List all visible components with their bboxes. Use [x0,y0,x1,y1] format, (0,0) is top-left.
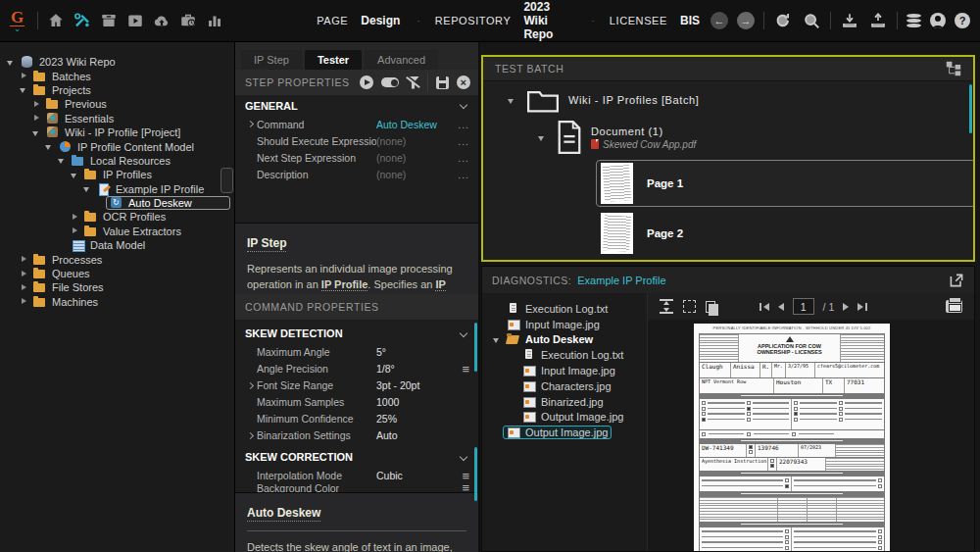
scrollbar-thumb[interactable] [474,447,477,501]
page-number-input[interactable] [793,298,814,315]
batch-node[interactable]: Wiki - IP Profiles [Batch] [507,86,963,114]
menu-icon[interactable]: ≡ [462,484,469,492]
close-icon[interactable]: × [457,75,470,89]
expander-icon[interactable] [70,226,80,236]
back-icon[interactable]: ← [710,12,728,29]
ip-step-help-title[interactable]: IP Step [247,236,286,252]
print-icon[interactable] [946,300,962,313]
search-icon[interactable] [802,11,821,30]
diagnostics-tree-node[interactable]: Input Image.jpg [492,363,647,378]
tree-node-body[interactable]: Data Model [68,238,149,252]
tree-node[interactable]: Value Extractors [6,225,234,238]
profile-link[interactable]: Example IP Profile [577,275,665,286]
expander-open-icon[interactable] [537,132,548,143]
tree-node[interactable]: Example IP Profile [6,182,234,196]
property-value[interactable]: Auto Deskew [376,119,437,130]
expander-icon[interactable] [19,282,29,293]
tree-node-body[interactable]: OCR Profiles [80,210,170,224]
expander-icon[interactable] [492,334,503,345]
tree-node[interactable]: Previous [6,97,234,111]
diagnostics-tree-node[interactable]: Binarized.jpg [492,394,647,410]
row-expander-icon[interactable] [246,381,257,390]
property-row[interactable]: Command Auto Deskew ... ≡ [235,116,478,132]
tree-node-body[interactable]: Auto Deskew [503,332,597,346]
property-value[interactable]: 1/8° [376,363,395,375]
property-value[interactable]: 5° [376,346,386,358]
expander-icon[interactable] [57,155,68,166]
selection-icon[interactable] [683,300,696,313]
property-row[interactable]: Should Execute Expression (none) ... ≡ [235,132,478,149]
tree-node-body[interactable]: Input Image.jpg [503,318,604,331]
diagnostics-tree-node[interactable]: Output Image.jpg [492,425,647,440]
open-external-icon[interactable] [949,273,964,288]
expander-icon[interactable] [508,380,518,391]
page-row[interactable]: Page 2 [596,210,973,257]
menu-icon[interactable]: ≡ [462,470,469,482]
tree-node-body[interactable]: IP Profile Content Model [55,140,198,154]
scrollbar-thumb[interactable] [474,323,477,372]
forward-icon[interactable]: → [737,12,755,29]
expander-icon[interactable] [508,350,518,361]
page-row[interactable]: Page 1 [596,160,973,207]
save-icon[interactable] [436,76,449,89]
property-value[interactable]: 3pt - 20pt [376,379,419,391]
tree-node[interactable]: Wiki - IP Profile [Project] [6,125,234,139]
expander-icon[interactable] [19,254,29,265]
design-tools-icon[interactable] [74,11,91,30]
clear-filter-icon[interactable] [407,76,419,89]
upload-icon[interactable] [868,11,888,30]
tree-node-body[interactable]: Auto Deskew [106,196,230,210]
tree-node[interactable]: Data Model [6,238,234,252]
hierarchy-view-icon[interactable] [946,61,961,76]
tab-tester[interactable]: Tester [305,50,362,70]
tree-node[interactable]: OCR Profiles [6,210,234,224]
diagnostics-tree-node[interactable]: Auto Deskew [492,332,647,348]
tree-node-body[interactable]: Queues [29,267,94,280]
tree-node[interactable]: Essentials [6,112,234,125]
repository-value[interactable]: 2023 Wiki Repo [523,0,574,41]
tree-node-body[interactable]: File Stores [29,280,108,294]
page-value[interactable]: Design [361,14,400,27]
scrollbar-thumb[interactable] [969,84,972,133]
refresh-icon[interactable] [773,11,793,30]
tree-node-body[interactable]: Previous [42,97,111,111]
tree-node[interactable]: IP Profiles [6,168,234,181]
expander-icon[interactable] [508,396,518,407]
expander-open-icon[interactable] [507,95,517,106]
previous-page-icon[interactable] [778,303,784,311]
ellipsis-button[interactable]: ... [458,119,469,130]
property-value[interactable]: 1000 [376,396,399,408]
diagnostics-tree-node[interactable]: Output Image.jpg [492,410,647,426]
property-value[interactable]: (none) [376,135,406,147]
row-expander-icon[interactable] [246,431,257,440]
expander-icon[interactable] [492,427,503,438]
expander-icon[interactable] [82,183,93,194]
expander-icon[interactable] [44,141,55,152]
property-row[interactable]: Binarization Settings Auto ... ≡ [235,427,478,444]
property-row[interactable]: Next Step Expression (none) ... ≡ [235,149,478,166]
panel-splitter-handle[interactable] [220,168,233,193]
user-icon[interactable] [930,13,946,28]
property-row[interactable]: Interpolation Mode Cubic ... ≡ [235,468,478,484]
expander-icon[interactable] [508,366,518,376]
tree-node-body[interactable]: Output Image.jpg [503,426,612,439]
diagnostics-tree-node[interactable]: Input Image.jpg [492,317,647,332]
menu-icon[interactable]: ≡ [462,363,469,376]
tree-node[interactable]: Auto Deskew [6,196,234,210]
ellipsis-button[interactable]: ... [458,169,469,180]
tree-node-body[interactable]: Wiki - IP Profile [Project] [42,125,184,139]
diagnostics-tree-node[interactable]: Execution Log.txt [492,301,647,317]
tree-node-body[interactable]: Output Image.jpg [518,410,627,424]
tree-node-body[interactable]: Characters.jpg [518,379,615,393]
tree-node-body[interactable]: Binarized.jpg [518,395,608,409]
property-row[interactable]: Maximum Samples 1000 ... ≡ [235,394,478,411]
pages-stack-icon[interactable] [706,301,715,313]
grooper-logo-icon[interactable]: G⌄ [10,9,24,33]
ellipsis-button[interactable]: ... [458,135,469,147]
property-value[interactable]: (none) [376,152,406,164]
tree-node[interactable]: Queues [6,267,234,280]
fit-height-icon[interactable] [660,299,673,314]
expander-icon[interactable] [19,269,29,279]
property-row[interactable]: Minimum Confidence 25% ... ≡ [235,411,478,427]
expander-icon[interactable] [95,198,106,209]
